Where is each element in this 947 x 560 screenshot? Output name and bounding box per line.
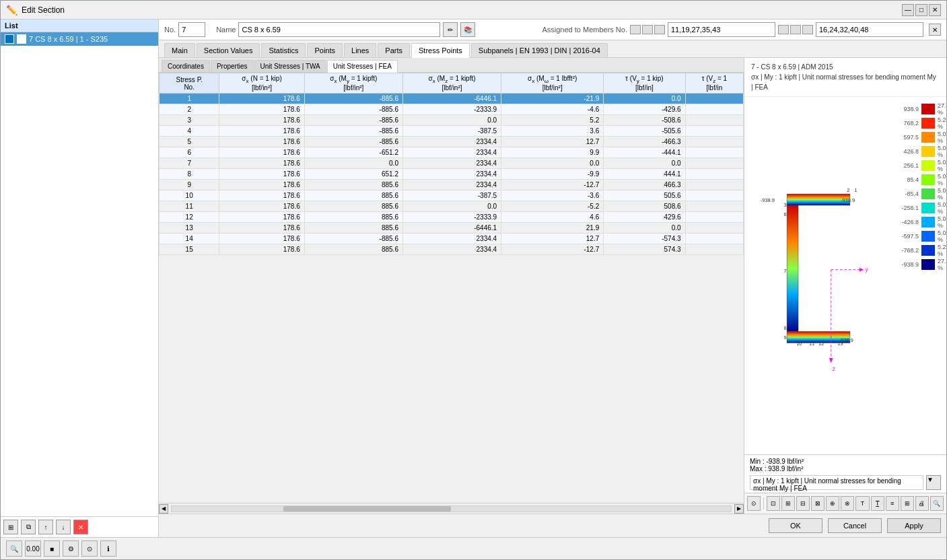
cell-col3: -387.5	[402, 126, 501, 137]
cell-no: 4	[160, 126, 219, 137]
svg-marker-7	[829, 357, 833, 363]
cell-col3: 2334.4	[402, 234, 501, 244]
app-btn-settings[interactable]: ⚙	[63, 540, 79, 557]
cell-col4: 5.2	[501, 115, 604, 126]
table-row[interactable]: 2 178.6 -885.6 -2333.9 -4.6 -429.6	[160, 104, 744, 115]
viz-max: Max : 938.9 lbf/in²	[750, 465, 941, 473]
tab-statistics[interactable]: Statistics	[261, 43, 306, 57]
sidebar-item-label: 7 CS 8 x 6.59 | 1 - S235	[29, 35, 108, 43]
assigned-field-2[interactable]: 16,24,32,40,48	[816, 22, 923, 37]
table-row[interactable]: 14 178.6 -885.6 2334.4 12.7 -574.3	[160, 234, 744, 244]
sidebar-btn-add[interactable]: ⊞	[3, 520, 18, 534]
table-row[interactable]: 1 178.6 -885.6 -6446.1 -21.9 0.0	[160, 94, 744, 104]
table-row[interactable]: 3 178.6 -885.6 0.0 5.2 -508.6	[160, 115, 744, 126]
name-field[interactable]: CS 8 x 6.59	[238, 22, 440, 37]
cell-col1: 178.6	[219, 137, 304, 147]
tab-stress-points[interactable]: Stress Points	[411, 43, 470, 58]
viz-tb-btn13[interactable]: 🔍	[930, 496, 944, 511]
cell-col5: 0.0	[604, 94, 685, 104]
cell-col5: -429.6	[604, 104, 685, 115]
viz-tb-btn4[interactable]: ⊟	[796, 496, 810, 511]
app-btn-value[interactable]: 0.00	[25, 540, 41, 557]
table-row[interactable]: 11 178.6 885.6 0.0 -5.2 508.6	[160, 201, 744, 212]
viz-tb-btn2[interactable]: ⊡	[767, 496, 780, 511]
app-btn-search[interactable]: 🔍	[6, 540, 22, 557]
table-row[interactable]: 7 178.6 0.0 2334.4 0.0 0.0	[160, 158, 744, 169]
table-row[interactable]: 12 178.6 885.6 -2333.9 4.6 429.6	[160, 212, 744, 223]
table-scrollbar[interactable]: ◀ ▶	[159, 503, 744, 514]
table-row[interactable]: 5 178.6 -885.6 2334.4 12.7 -466.3	[160, 137, 744, 147]
table-row[interactable]: 6 178.6 -651.2 2334.4 9.9 -444.1	[160, 147, 744, 158]
h-scrollbar-track[interactable]	[171, 505, 732, 512]
svg-rect-1	[787, 205, 798, 332]
table-row[interactable]: 9 178.6 885.6 2334.4 -12.7 466.3	[160, 180, 744, 190]
data-table-wrapper[interactable]: Stress P.No. σx (N = 1 kip)[lbf/in²] σx …	[159, 73, 744, 503]
cell-col3: 2334.4	[402, 169, 501, 180]
tab-subpanels[interactable]: Subpanels | EN 1993 | DIN | 2016-04	[471, 43, 608, 57]
close-button[interactable]: ✕	[929, 4, 941, 16]
th-col5: τ (Vy = 1 kip)[lbf/in]	[604, 73, 685, 94]
maximize-button[interactable]: □	[915, 4, 927, 16]
viz-tb-btn10[interactable]: ≡	[886, 496, 899, 511]
cell-col3: 2334.4	[402, 244, 501, 255]
viz-tb-btn11[interactable]: ⊞	[901, 496, 914, 511]
legend-color-swatch	[921, 146, 935, 157]
tab-main[interactable]: Main	[164, 43, 195, 57]
sub-tab-properties[interactable]: Properties	[211, 60, 254, 72]
table-row[interactable]: 10 178.6 885.6 -387.5 -3.6 505.6	[160, 190, 744, 201]
app-btn-fill[interactable]: ■	[44, 540, 60, 557]
cell-col2: 885.6	[304, 223, 402, 234]
viz-tb-btn6[interactable]: ⊕	[826, 496, 839, 511]
assigned-icons-2	[778, 25, 813, 34]
viz-tb-btn3[interactable]: ⊞	[781, 496, 795, 511]
tab-parts[interactable]: Parts	[378, 43, 410, 57]
sidebar-btn-move-up[interactable]: ↑	[38, 520, 53, 534]
viz-tb-btn8[interactable]: T	[855, 496, 869, 511]
cell-col1: 178.6	[219, 234, 304, 244]
app-btn-info[interactable]: ℹ	[100, 540, 116, 557]
cancel-button[interactable]: Cancel	[828, 518, 882, 533]
table-row[interactable]: 15 178.6 885.6 2334.4 -12.7 574.3	[160, 244, 744, 255]
viz-tb-btn12[interactable]: 🖨	[915, 496, 929, 511]
sidebar-spacer	[1, 46, 158, 516]
tab-section-values[interactable]: Section Values	[197, 43, 260, 57]
table-row[interactable]: 8 178.6 651.2 2334.4 -9.9 444.1	[160, 169, 744, 180]
assigned-field-1[interactable]: 11,19,27,35,43	[668, 22, 775, 37]
viz-tb-btn5[interactable]: ⊠	[811, 496, 825, 511]
scroll-left[interactable]: ◀	[159, 504, 168, 514]
viz-dropdown[interactable]: σx | My : 1 kipft | Unit normal stresses…	[750, 475, 923, 490]
tab-points[interactable]: Points	[307, 43, 343, 57]
sidebar-btn-delete[interactable]: ✕	[73, 520, 88, 534]
legend-item: 768.2 5.23 %	[895, 116, 946, 130]
cell-col4: -5.2	[501, 201, 604, 212]
legend-color-swatch	[921, 245, 935, 256]
sidebar-btn-copy[interactable]: ⧉	[21, 520, 36, 534]
viz-dropdown-arrow[interactable]: ▼	[926, 475, 941, 490]
table-row[interactable]: 4 178.6 -885.6 -387.5 3.6 -505.6	[160, 126, 744, 137]
sidebar-btn-move-down[interactable]: ↓	[56, 520, 71, 534]
minimize-button[interactable]: —	[902, 4, 914, 16]
cell-col4: -12.7	[501, 244, 604, 255]
color-legend: 938.9 27.24 % 768.2 5.23 % 597.5 5.01 % …	[892, 97, 946, 454]
viz-tb-btn1[interactable]: ⊙	[747, 496, 761, 511]
cell-col6	[685, 180, 743, 190]
table-row[interactable]: 13 178.6 885.6 -6446.1 21.9 0.0	[160, 223, 744, 234]
app-btn-clock[interactable]: ⊙	[81, 540, 98, 557]
library-button[interactable]: 📚	[460, 22, 475, 37]
sub-tab-unit-twa[interactable]: Unit Stresses | TWA	[254, 60, 326, 72]
viz-tb-btn7[interactable]: ⊗	[841, 496, 854, 511]
sub-tab-unit-fea[interactable]: Unit Stresses | FEA	[327, 60, 398, 73]
sidebar-item-section[interactable]: 7 CS 8 x 6.59 | 1 - S235	[1, 32, 158, 46]
edit-name-button[interactable]: ✏	[443, 22, 458, 37]
scroll-right[interactable]: ▶	[734, 504, 744, 514]
sub-tab-coordinates[interactable]: Coordinates	[162, 60, 210, 72]
ok-button[interactable]: OK	[769, 518, 822, 533]
cell-col5: 444.1	[604, 169, 685, 180]
assigned-close-button[interactable]: ✕	[929, 24, 941, 36]
no-field[interactable]: 7	[178, 22, 205, 37]
apply-button[interactable]: Apply	[887, 518, 941, 533]
legend-color-swatch	[921, 217, 935, 228]
viz-tb-btn9[interactable]: T̲	[871, 496, 884, 511]
right-panel: No. 7 Name CS 8 x 6.59 ✏ 📚 Assigned to M…	[159, 20, 946, 537]
tab-lines[interactable]: Lines	[344, 43, 376, 57]
